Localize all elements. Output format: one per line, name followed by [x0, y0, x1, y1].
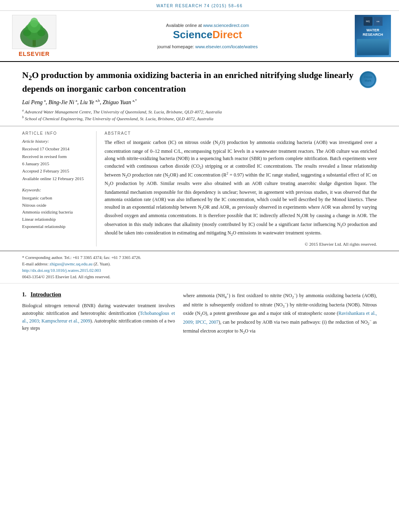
direct-text: Direct: [212, 29, 242, 41]
elsevier-tree-icon: [12, 15, 56, 49]
keywords-label: Keywords:: [22, 187, 90, 192]
crossmark-badge[interactable]: Cross Mark: [359, 70, 377, 88]
received-revised-label: Received in revised form: [22, 154, 90, 160]
science-text: Science: [173, 29, 212, 41]
copyright-line: © 2015 Elsevier Ltd. All rights reserved…: [105, 242, 377, 246]
revised-date: 6 January 2015: [22, 161, 90, 167]
journal-bar: WATER RESEARCH 74 (2015) 58–66: [0, 0, 399, 11]
email-note: E-mail address: zhiguo@awmc.uq.edu.au (Z…: [22, 261, 377, 267]
keyword-3: Ammonia oxidizing bacteria: [22, 209, 90, 216]
iwq-badge: IWQ: [364, 17, 372, 26]
keywords-section: Keywords: Inorganic carbon Nitrous oxide…: [22, 187, 90, 230]
available-online-text: Available online at www.sciencedirect.co…: [66, 23, 349, 28]
abstract-header: ABSTRACT: [105, 131, 377, 136]
svg-point-4: [30, 18, 38, 27]
affiliation-b: b School of Chemical Engineering, The Un…: [22, 115, 377, 122]
keyword-4: Linear relationship: [22, 216, 90, 223]
accepted-date: Accepted 2 February 2015: [22, 168, 90, 174]
introduction-right-text: where ammonia (NH4+) is first oxidized t…: [183, 292, 377, 336]
keyword-2: Nitrous oxide: [22, 202, 90, 209]
elsevier-logo: ELSEVIER: [6, 15, 62, 57]
svg-text:Cross: Cross: [364, 76, 372, 78]
introduction-title: 1. Introduction: [22, 292, 175, 298]
water-research-logo: IWQ IWA WATER RESEARCH: [353, 15, 393, 57]
keyword-5: Exponential relationship: [22, 223, 90, 230]
article-history-label: Article history:: [22, 139, 90, 144]
body-right: where ammonia (NH4+) is first oxidized t…: [183, 292, 377, 336]
doi-line: http://dx.doi.org/10.1016/j.watres.2015.…: [22, 267, 377, 274]
body-left: 1. Introduction Biological nitrogen remo…: [22, 292, 175, 336]
wr-title: WATER RESEARCH: [357, 28, 389, 37]
affiliations: a Advanced Water Management Centre, The …: [22, 108, 377, 122]
ref-tchobanoglous[interactable]: Tchobanoglous et al., 2003; Kampschreur …: [22, 310, 175, 324]
ref-ravishankara[interactable]: Ravishankara et al., 2009; IPCC, 2007: [183, 310, 377, 325]
sciencedirect-url[interactable]: www.sciencedirect.com: [203, 23, 249, 28]
svg-text:Mark: Mark: [364, 79, 371, 82]
wr-image: [357, 39, 389, 55]
available-online-date: Available online 12 February 2015: [22, 176, 90, 182]
article-title: N2O production by ammonia oxidizing bact…: [22, 69, 355, 94]
title-section: N2O production by ammonia oxidizing bact…: [0, 62, 399, 126]
issn-line: 0043-1354/© 2015 Elsevier Ltd. All right…: [22, 274, 377, 280]
right-col: ABSTRACT The effect of inorganic carbon …: [105, 131, 377, 246]
doi-link[interactable]: http://dx.doi.org/10.1016/j.watres.2015.…: [22, 268, 101, 273]
header-center: Available online at www.sciencedirect.co…: [62, 23, 353, 49]
sciencedirect-logo: ScienceDirect: [66, 29, 349, 41]
corresponding-note: * Corresponding author. Tel.: +61 7 3365…: [22, 255, 377, 261]
received-1: Received 17 October 2014: [22, 146, 90, 152]
left-col: ARTICLE INFO Article history: Received 1…: [22, 131, 97, 246]
authors-line: Lai Peng a, Bing-Jie Ni a, Liu Ye a,b, Z…: [22, 99, 377, 106]
introduction-left-text: Biological nitrogen removal (BNR) during…: [22, 302, 175, 332]
iwa-badge: IWA: [374, 17, 383, 26]
svg-point-6: [37, 30, 45, 36]
journal-citation: WATER RESEARCH 74 (2015) 58–66: [156, 4, 243, 8]
content-area: ARTICLE INFO Article history: Received 1…: [0, 126, 399, 251]
journal-url[interactable]: www.elsevier.com/locate/watres: [195, 44, 257, 49]
svg-point-5: [23, 30, 31, 36]
journal-homepage: journal homepage: www.elsevier.com/locat…: [66, 44, 349, 49]
header-area: ELSEVIER Available online at www.science…: [0, 11, 399, 62]
elsevier-wordmark: ELSEVIER: [19, 51, 49, 57]
page: WATER RESEARCH 74 (2015) 58–66 E: [0, 0, 399, 532]
wr-top-logos: IWQ IWA: [364, 17, 383, 26]
wr-logo-box: IWQ IWA WATER RESEARCH: [355, 15, 391, 57]
body-section: 1. Introduction Biological nitrogen remo…: [0, 283, 399, 340]
article-info-header: ARTICLE INFO: [22, 131, 90, 136]
abstract-text: The effect of inorganic carbon (IC) on n…: [105, 139, 377, 238]
affiliation-a: a Advanced Water Management Centre, The …: [22, 108, 377, 115]
footer-notes: * Corresponding author. Tel.: +61 7 3365…: [0, 251, 399, 283]
email-link[interactable]: zhiguo@awmc.uq.edu.au: [49, 262, 93, 266]
keyword-1: Inorganic carbon: [22, 195, 90, 202]
crossmark-icon: Cross Mark: [360, 71, 376, 88]
